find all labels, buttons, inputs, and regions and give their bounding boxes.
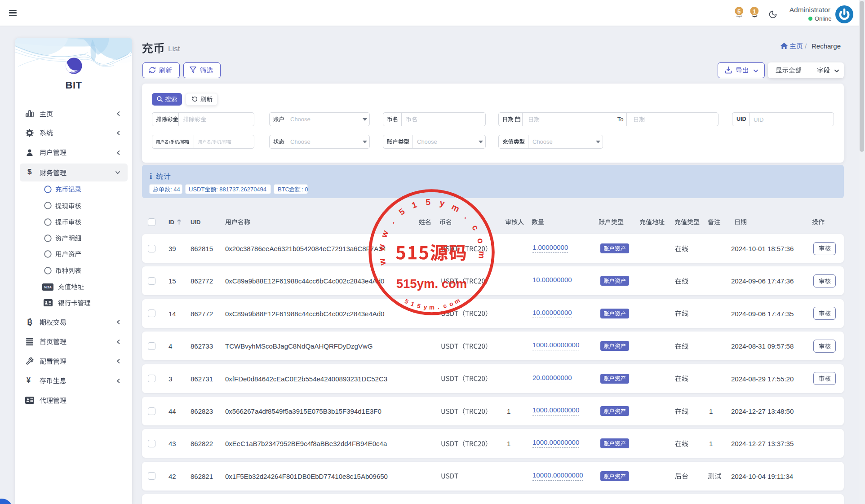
svg-text:515ym. com: 515ym. com [396, 277, 467, 291]
svg-text:m: m [429, 304, 435, 311]
svg-text:o: o [448, 300, 454, 308]
svg-text:y: y [423, 304, 428, 311]
svg-text:5: 5 [426, 197, 431, 207]
svg-text:y: y [439, 198, 446, 208]
svg-text:m: m [450, 202, 461, 214]
svg-text:5: 5 [404, 298, 410, 305]
svg-text:c: c [470, 223, 481, 232]
svg-text:B: B [27, 318, 32, 326]
svg-text:5: 5 [417, 302, 421, 309]
svg-text:w: w [379, 229, 390, 239]
svg-text:w: w [377, 244, 386, 252]
svg-text:.: . [387, 218, 396, 225]
svg-text:m: m [477, 251, 487, 259]
svg-text:5: 5 [397, 206, 407, 217]
svg-text:.: . [463, 212, 471, 221]
svg-text:1: 1 [410, 200, 418, 211]
svg-text:VISA: VISA [44, 285, 52, 289]
svg-text:c: c [443, 302, 448, 309]
svg-text:.: . [437, 304, 440, 310]
svg-text:1: 1 [753, 8, 756, 15]
svg-text:5: 5 [737, 8, 741, 15]
svg-text:1: 1 [410, 301, 416, 308]
svg-text:m: m [453, 297, 461, 305]
svg-text:w: w [377, 257, 388, 266]
svg-text:o: o [475, 237, 486, 244]
